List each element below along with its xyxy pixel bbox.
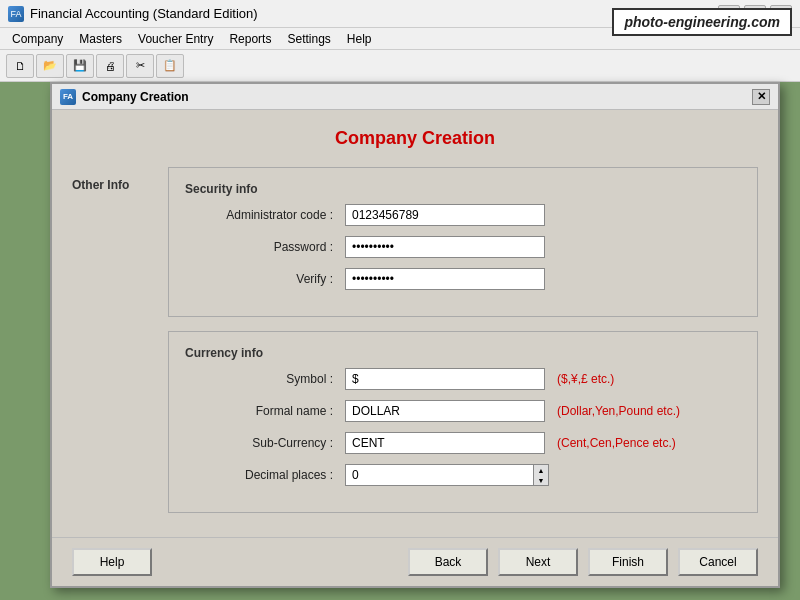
formal-name-input[interactable] xyxy=(345,400,545,422)
decimal-places-spinner: ▲ ▼ xyxy=(345,464,549,486)
verify-row: Verify : xyxy=(185,268,741,290)
dialog-title-left: FA Company Creation xyxy=(60,89,189,105)
password-label: Password : xyxy=(185,240,345,254)
dialog-close-button[interactable]: ✕ xyxy=(752,89,770,105)
toolbar-paste-btn[interactable]: 📋 xyxy=(156,54,184,78)
symbol-label: Symbol : xyxy=(185,372,345,386)
help-button[interactable]: Help xyxy=(72,548,152,576)
toolbar-new-btn[interactable]: 🗋 xyxy=(6,54,34,78)
toolbar-save-btn[interactable]: 💾 xyxy=(66,54,94,78)
sub-currency-hint: (Cent,Cen,Pence etc.) xyxy=(557,436,676,450)
menu-reports[interactable]: Reports xyxy=(221,30,279,48)
app-title: Financial Accounting (Standard Edition) xyxy=(30,6,258,21)
symbol-input[interactable] xyxy=(345,368,545,390)
formal-name-label: Formal name : xyxy=(185,404,345,418)
decimal-places-label: Decimal places : xyxy=(185,468,345,482)
password-input[interactable] xyxy=(345,236,545,258)
admin-code-label: Administrator code : xyxy=(185,208,345,222)
symbol-row: Symbol : ($,¥,£ etc.) xyxy=(185,368,741,390)
password-row: Password : xyxy=(185,236,741,258)
menu-voucher-entry[interactable]: Voucher Entry xyxy=(130,30,221,48)
finish-button[interactable]: Finish xyxy=(588,548,668,576)
spinner-up-button[interactable]: ▲ xyxy=(534,465,548,475)
dialog-content: Company Creation Other Info Security inf… xyxy=(52,110,778,537)
sub-currency-input[interactable] xyxy=(345,432,545,454)
menu-company[interactable]: Company xyxy=(4,30,71,48)
dialog-footer: Help Back Next Finish Cancel xyxy=(52,537,778,586)
verify-input[interactable] xyxy=(345,268,545,290)
formal-name-row: Formal name : (Dollar,Yen,Pound etc.) xyxy=(185,400,741,422)
verify-label: Verify : xyxy=(185,272,345,286)
title-bar-left: FA Financial Accounting (Standard Editio… xyxy=(8,6,258,22)
security-section: Security info Administrator code : Passw… xyxy=(168,167,758,317)
spinner-down-button[interactable]: ▼ xyxy=(534,475,548,485)
app-icon: FA xyxy=(8,6,24,22)
next-button[interactable]: Next xyxy=(498,548,578,576)
admin-code-input[interactable] xyxy=(345,204,545,226)
sub-currency-row: Sub-Currency : (Cent,Cen,Pence etc.) xyxy=(185,432,741,454)
right-content: Security info Administrator code : Passw… xyxy=(168,167,758,527)
sub-currency-label: Sub-Currency : xyxy=(185,436,345,450)
symbol-hint: ($,¥,£ etc.) xyxy=(557,372,614,386)
decimal-places-row: Decimal places : ▲ ▼ xyxy=(185,464,741,486)
dialog-title-bar: FA Company Creation ✕ xyxy=(52,84,778,110)
menu-masters[interactable]: Masters xyxy=(71,30,130,48)
menu-settings[interactable]: Settings xyxy=(279,30,338,48)
currency-label: Currency info xyxy=(185,346,741,360)
toolbar-cut-btn[interactable]: ✂ xyxy=(126,54,154,78)
spinner-buttons: ▲ ▼ xyxy=(533,464,549,486)
admin-code-row: Administrator code : xyxy=(185,204,741,226)
back-button[interactable]: Back xyxy=(408,548,488,576)
menu-help[interactable]: Help xyxy=(339,30,380,48)
dialog-body: Other Info Security info Administrator c… xyxy=(72,167,758,527)
cancel-button[interactable]: Cancel xyxy=(678,548,758,576)
other-info-label: Other Info xyxy=(72,167,152,527)
toolbar-open-btn[interactable]: 📂 xyxy=(36,54,64,78)
toolbar: 🗋 📂 💾 🖨 ✂ 📋 xyxy=(0,50,800,82)
formal-name-hint: (Dollar,Yen,Pound etc.) xyxy=(557,404,680,418)
watermark: photo-engineering.com xyxy=(612,8,792,36)
dialog-title-text: Company Creation xyxy=(82,90,189,104)
dialog-heading: Company Creation xyxy=(72,120,758,157)
dialog-icon: FA xyxy=(60,89,76,105)
company-creation-dialog: FA Company Creation ✕ Company Creation O… xyxy=(50,82,780,588)
currency-section: Currency info Symbol : ($,¥,£ etc.) Form… xyxy=(168,331,758,513)
security-label: Security info xyxy=(185,182,741,196)
toolbar-print-btn[interactable]: 🖨 xyxy=(96,54,124,78)
decimal-places-input[interactable] xyxy=(345,464,533,486)
